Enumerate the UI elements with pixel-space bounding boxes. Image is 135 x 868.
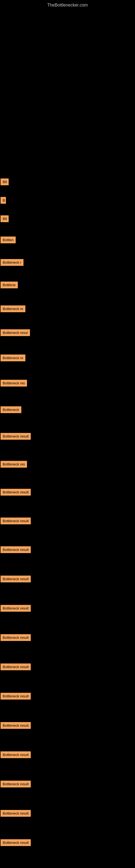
bottleneck-item: Bottleneck result xyxy=(1,810,31,818)
bottleneck-item: Bottleneck result xyxy=(1,839,31,847)
bottleneck-badge: Bottleneck res xyxy=(1,461,27,468)
bottleneck-item: Bottleneck re xyxy=(1,305,26,313)
bottleneck-badge: B6 xyxy=(1,215,9,222)
bottleneck-item: Bottleneck resul xyxy=(1,329,30,337)
bottleneck-badge: Bottleneck result xyxy=(1,693,31,700)
bottleneck-badge: Bottleneck r xyxy=(1,259,24,266)
bottleneck-item: Bottleneck result xyxy=(1,518,31,525)
site-title: TheBottlenecker.com xyxy=(0,0,135,10)
bottleneck-badge: Bottleneck result xyxy=(1,605,31,612)
site-header: TheBottlenecker.com xyxy=(0,0,135,10)
bottleneck-badge: Bottleneck result xyxy=(1,751,31,758)
bottleneck-item: Bottleneck res xyxy=(1,461,27,469)
bottleneck-badge: Bottlene xyxy=(1,282,18,288)
bottleneck-badge: Bottleneck xyxy=(1,406,21,413)
bottleneck-item: Bottleneck result xyxy=(1,489,31,497)
bottleneck-badge: B6 xyxy=(1,179,9,185)
bottleneck-badge: Bottlen xyxy=(1,237,16,243)
bottleneck-item: Bottleneck result xyxy=(1,693,31,701)
bottleneck-badge: Bottleneck result xyxy=(1,489,31,496)
bottleneck-item: Bottleneck res xyxy=(1,380,27,388)
bottleneck-badge: Bottleneck re xyxy=(1,305,26,312)
bottleneck-item: Bottlene xyxy=(1,282,18,289)
bottleneck-badge: Bottleneck result xyxy=(1,433,31,440)
bottleneck-item: Bottleneck result xyxy=(1,663,31,671)
bottleneck-item: B6 xyxy=(1,179,9,186)
bottleneck-badge: Bottleneck result xyxy=(1,546,31,553)
bottleneck-item: Bottleneck re xyxy=(1,354,26,362)
bottleneck-badge: Bottleneck result xyxy=(1,781,31,787)
bottleneck-item: Bottleneck result xyxy=(1,546,31,554)
bottleneck-item: Bottleneck result xyxy=(1,751,31,759)
bottleneck-badge: Bottleneck result xyxy=(1,839,31,846)
bottleneck-item: Bottleneck result xyxy=(1,722,31,730)
bottleneck-item: Bottleneck result xyxy=(1,576,31,584)
bottleneck-item: Bottleneck r xyxy=(1,259,24,267)
bottleneck-badge: Bottleneck result xyxy=(1,810,31,817)
bottleneck-item: Bottleneck result xyxy=(1,634,31,642)
bottleneck-badge: Bottleneck result xyxy=(1,518,31,524)
bottleneck-item: Bottlen xyxy=(1,237,16,244)
bottleneck-badge: Bottleneck re xyxy=(1,354,26,361)
bottleneck-item: Bottleneck result xyxy=(1,781,31,788)
bottleneck-badge: B xyxy=(1,197,6,204)
bottleneck-badge: Bottleneck result xyxy=(1,634,31,641)
bottleneck-badge: Bottleneck result xyxy=(1,576,31,582)
bottleneck-badge: Bottleneck result xyxy=(1,663,31,670)
bottleneck-badge: Bottleneck resul xyxy=(1,329,30,336)
bottleneck-item: B6 xyxy=(1,215,9,223)
bottleneck-item: Bottleneck xyxy=(1,406,21,414)
bottleneck-item: Bottleneck result xyxy=(1,605,31,613)
bottleneck-item: Bottleneck result xyxy=(1,433,31,441)
bottleneck-badge: Bottleneck res xyxy=(1,380,27,386)
bottleneck-item: B xyxy=(1,197,6,205)
bottleneck-badge: Bottleneck result xyxy=(1,722,31,729)
